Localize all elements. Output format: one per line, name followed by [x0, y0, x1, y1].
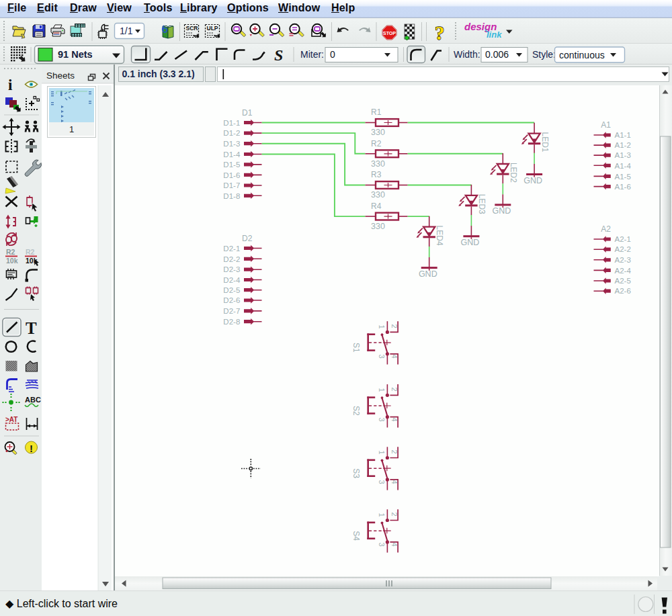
svg-text:link: link	[487, 30, 502, 40]
svg-text:2: 2	[390, 450, 398, 454]
svg-text:S4: S4	[351, 531, 361, 541]
svg-text:4: 4	[390, 355, 398, 359]
svg-text:A1-3: A1-3	[615, 151, 631, 159]
svg-text:R4: R4	[371, 202, 382, 211]
svg-text:D2-7: D2-7	[223, 307, 240, 315]
svg-text:3: 3	[378, 480, 386, 484]
svg-text:GND: GND	[493, 206, 511, 216]
svg-text:D1-2: D1-2	[223, 129, 240, 137]
svg-text:STOP: STOP	[383, 31, 396, 36]
svg-text:>AT: >AT	[5, 416, 17, 423]
svg-text:ABC: ABC	[25, 396, 41, 404]
svg-text:R2: R2	[26, 248, 35, 256]
svg-text:330: 330	[371, 190, 385, 200]
svg-text:i: i	[8, 77, 13, 93]
svg-text:A2-2: A2-2	[615, 245, 631, 253]
svg-text:4: 4	[390, 543, 398, 547]
svg-text:1: 1	[378, 451, 386, 455]
svg-text:D1-8: D1-8	[223, 192, 240, 200]
svg-text:D1-1: D1-1	[223, 119, 240, 127]
svg-text:D1-7: D1-7	[223, 181, 240, 189]
svg-text:91 Nets: 91 Nets	[58, 49, 93, 60]
svg-text:SCR: SCR	[186, 25, 198, 32]
svg-text:A2: A2	[601, 224, 611, 234]
svg-text:!: !	[30, 443, 33, 454]
svg-text:A2-5: A2-5	[615, 277, 631, 285]
svg-text:?: ?	[435, 22, 445, 44]
svg-text:D2-6: D2-6	[223, 296, 240, 304]
svg-text:1: 1	[378, 325, 386, 329]
svg-text:LED2: LED2	[509, 163, 518, 183]
svg-text:LED4: LED4	[435, 226, 444, 246]
svg-text:D2-8: D2-8	[223, 318, 240, 326]
svg-text:2: 2	[390, 387, 398, 391]
svg-text:R2: R2	[371, 139, 382, 148]
svg-text:1: 1	[378, 513, 386, 517]
svg-text:A2-4: A2-4	[615, 267, 632, 275]
svg-text:ULP: ULP	[207, 25, 218, 32]
svg-text:2: 2	[390, 324, 398, 328]
svg-text:A1-6: A1-6	[615, 183, 631, 191]
svg-text:S1: S1	[351, 343, 361, 353]
svg-text:A1: A1	[601, 120, 611, 130]
svg-text:D1: D1	[242, 108, 253, 118]
svg-text:3: 3	[378, 543, 386, 547]
svg-text:A2-6: A2-6	[615, 287, 631, 295]
svg-text:10k: 10k	[6, 257, 18, 265]
svg-text:S: S	[274, 46, 283, 64]
svg-text:R1: R1	[371, 107, 382, 117]
svg-text:0.006: 0.006	[485, 49, 509, 60]
svg-text:A1-5: A1-5	[615, 173, 631, 181]
svg-text:Sheets: Sheets	[46, 71, 75, 81]
svg-text:330: 330	[371, 128, 385, 137]
svg-text:D2-4: D2-4	[223, 276, 241, 284]
svg-text:1: 1	[378, 388, 386, 392]
svg-text:GND: GND	[419, 269, 437, 279]
svg-text:D2: D2	[242, 234, 253, 243]
svg-text:330: 330	[371, 159, 385, 169]
svg-text:4: 4	[390, 417, 398, 421]
svg-text:3: 3	[378, 417, 386, 421]
svg-text:GND: GND	[461, 238, 480, 247]
svg-text:1: 1	[69, 124, 74, 134]
svg-text:D1-3: D1-3	[223, 140, 240, 148]
svg-text:LED1: LED1	[540, 132, 550, 152]
svg-text:A2-3: A2-3	[615, 256, 631, 264]
svg-text:D1-6: D1-6	[223, 171, 240, 179]
svg-text:3: 3	[378, 355, 386, 359]
svg-text:R3: R3	[371, 170, 382, 179]
svg-text:GND: GND	[523, 176, 542, 185]
svg-text:2: 2	[390, 513, 398, 517]
svg-text:D2-3: D2-3	[223, 265, 240, 273]
svg-text:A1-1: A1-1	[615, 131, 631, 139]
svg-text:D1-5: D1-5	[223, 161, 240, 169]
svg-text:330: 330	[371, 222, 385, 231]
svg-text:D2-2: D2-2	[223, 255, 240, 263]
svg-text:Style:: Style:	[532, 49, 556, 60]
svg-text:D2-1: D2-1	[223, 245, 240, 253]
svg-text:0.1 inch (3.3 2.1): 0.1 inch (3.3 2.1)	[122, 69, 195, 79]
svg-text:4: 4	[390, 480, 398, 484]
svg-text:0: 0	[330, 49, 335, 60]
svg-text:LED3: LED3	[477, 194, 487, 214]
svg-text:1/1: 1/1	[120, 26, 133, 36]
svg-text:D1-4: D1-4	[223, 150, 241, 159]
svg-text:S2: S2	[351, 406, 361, 416]
svg-text:A2-1: A2-1	[615, 235, 631, 243]
svg-text:S3: S3	[351, 468, 361, 478]
svg-text:D2-5: D2-5	[223, 286, 240, 294]
svg-text:A1-2: A1-2	[615, 141, 631, 149]
svg-text:Miter:: Miter:	[300, 49, 324, 60]
svg-text:A1-4: A1-4	[615, 162, 632, 170]
svg-text:continuous: continuous	[559, 50, 605, 60]
svg-text:T: T	[26, 319, 37, 337]
svg-text:Width:: Width:	[454, 49, 480, 60]
svg-text:R2: R2	[6, 248, 15, 256]
